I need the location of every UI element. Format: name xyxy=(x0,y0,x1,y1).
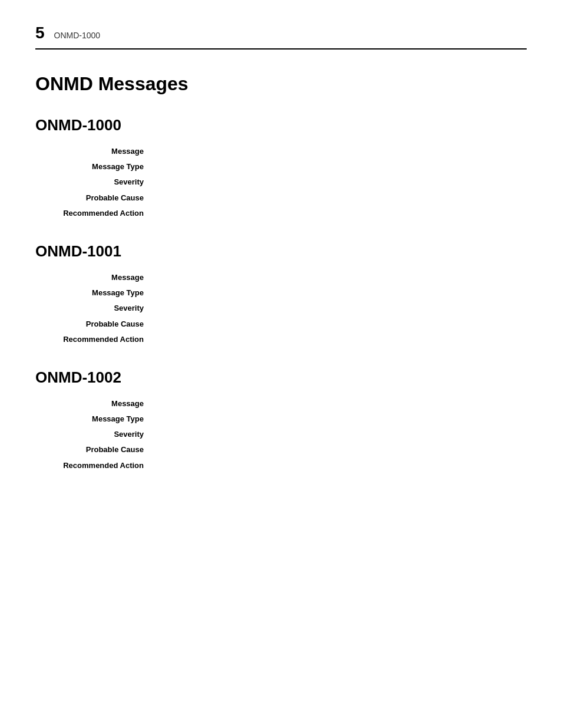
field-row-onmd-1002-message: Message xyxy=(35,398,527,409)
field-row-onmd-1000-severity: Severity xyxy=(35,177,527,187)
field-label: Message Type xyxy=(35,288,153,298)
field-label: Severity xyxy=(35,177,153,187)
field-label: Message xyxy=(35,146,153,157)
field-label: Recommended Action xyxy=(35,334,153,345)
field-row-onmd-1002-severity: Severity xyxy=(35,429,527,440)
field-row-onmd-1000-message: Message xyxy=(35,146,527,157)
page-breadcrumb: ONMD-1000 xyxy=(54,31,101,40)
field-label: Severity xyxy=(35,429,153,440)
field-label: Probable Cause xyxy=(35,193,153,203)
field-value xyxy=(153,414,527,424)
field-value xyxy=(153,303,527,314)
field-value xyxy=(153,193,527,203)
field-label: Severity xyxy=(35,303,153,314)
field-value xyxy=(153,177,527,187)
field-row-onmd-1002-recommended-action: Recommended Action xyxy=(35,460,527,471)
field-value xyxy=(153,334,527,345)
message-section-onmd-1000: ONMD-1000MessageMessage TypeSeverityProb… xyxy=(35,116,527,219)
field-label: Probable Cause xyxy=(35,319,153,330)
field-row-onmd-1001-recommended-action: Recommended Action xyxy=(35,334,527,345)
field-label: Message xyxy=(35,272,153,283)
message-section-onmd-1002: ONMD-1002MessageMessage TypeSeverityProb… xyxy=(35,368,527,471)
field-value xyxy=(153,398,527,409)
field-row-onmd-1000-recommended-action: Recommended Action xyxy=(35,208,527,219)
field-value xyxy=(153,288,527,298)
field-row-onmd-1002-message-type: Message Type xyxy=(35,414,527,424)
field-row-onmd-1000-message-type: Message Type xyxy=(35,162,527,172)
field-value xyxy=(153,444,527,455)
field-label: Message Type xyxy=(35,414,153,424)
message-code-onmd-1001: ONMD-1001 xyxy=(35,242,527,261)
message-code-onmd-1002: ONMD-1002 xyxy=(35,368,527,387)
field-label: Message Type xyxy=(35,162,153,172)
field-row-onmd-1002-probable-cause: Probable Cause xyxy=(35,444,527,455)
field-row-onmd-1001-severity: Severity xyxy=(35,303,527,314)
message-code-onmd-1000: ONMD-1000 xyxy=(35,116,527,134)
field-row-onmd-1000-probable-cause: Probable Cause xyxy=(35,193,527,203)
field-label: Recommended Action xyxy=(35,208,153,219)
field-value xyxy=(153,162,527,172)
field-value xyxy=(153,460,527,471)
page-title: ONMD Messages xyxy=(35,73,527,95)
field-value xyxy=(153,146,527,157)
field-row-onmd-1001-probable-cause: Probable Cause xyxy=(35,319,527,330)
field-value xyxy=(153,272,527,283)
field-row-onmd-1001-message: Message xyxy=(35,272,527,283)
field-label: Recommended Action xyxy=(35,460,153,471)
field-value xyxy=(153,319,527,330)
message-section-onmd-1001: ONMD-1001MessageMessage TypeSeverityProb… xyxy=(35,242,527,345)
field-row-onmd-1001-message-type: Message Type xyxy=(35,288,527,298)
field-value xyxy=(153,429,527,440)
field-label: Probable Cause xyxy=(35,444,153,455)
sections-container: ONMD-1000MessageMessage TypeSeverityProb… xyxy=(35,116,527,471)
field-label: Message xyxy=(35,398,153,409)
field-value xyxy=(153,208,527,219)
page-header: 5 ONMD-1000 xyxy=(35,24,527,50)
page-number: 5 xyxy=(35,24,45,42)
